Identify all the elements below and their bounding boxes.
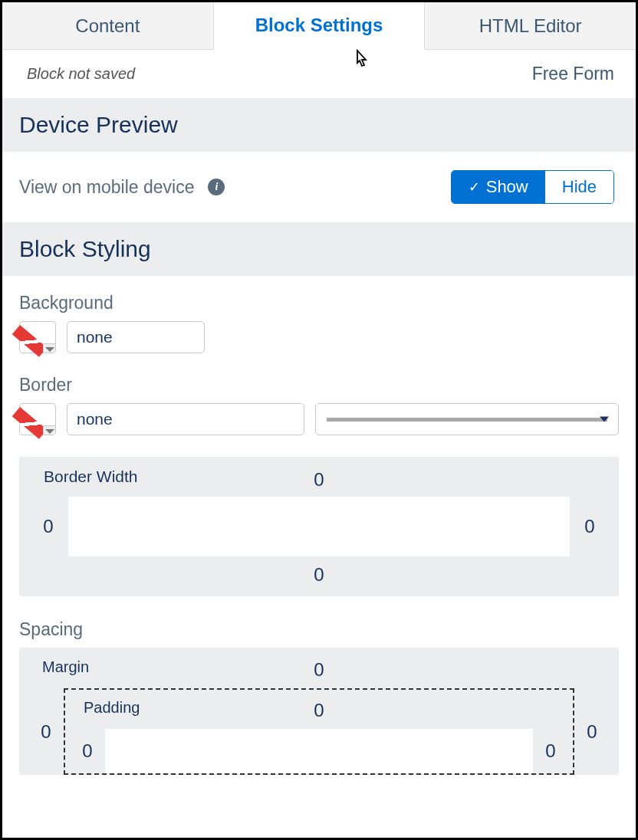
tab-bar: Content Block Settings HTML Editor (2, 2, 636, 50)
tab-html-editor[interactable]: HTML Editor (425, 2, 636, 49)
tab-content[interactable]: Content (2, 2, 214, 49)
status-row: Block not saved Free Form (2, 50, 636, 98)
show-button[interactable]: ✓ Show (452, 171, 545, 203)
border-width-inner (68, 497, 570, 556)
layout-type: Free Form (532, 64, 614, 84)
device-preview-header: Device Preview (2, 98, 636, 152)
padding-top[interactable]: 0 (81, 700, 557, 721)
background-label: Background (19, 293, 619, 313)
block-save-status: Block not saved (27, 65, 135, 83)
show-hide-toggle: ✓ Show Hide (451, 170, 614, 204)
show-label: Show (486, 177, 528, 197)
spacing-box: Margin 0 0 Padding 0 0 0 0 (19, 648, 619, 775)
background-value-input[interactable] (67, 321, 205, 353)
hide-button[interactable]: Hide (545, 171, 613, 203)
border-color-picker[interactable] (19, 403, 56, 435)
margin-left[interactable]: 0 (39, 721, 53, 743)
border-label: Border (19, 375, 619, 395)
margin-right[interactable]: 0 (585, 721, 599, 743)
info-icon[interactable]: i (208, 179, 225, 195)
border-value-input[interactable] (67, 403, 304, 435)
tab-block-settings[interactable]: Block Settings (214, 2, 426, 50)
border-width-left[interactable]: 0 (41, 516, 56, 537)
padding-inner (105, 729, 533, 773)
padding-left[interactable]: 0 (81, 740, 94, 762)
border-width-bottom[interactable]: 0 (41, 564, 597, 586)
border-width-right[interactable]: 0 (582, 516, 597, 537)
border-style-select[interactable] (315, 403, 619, 435)
mobile-preview-label: View on mobile device (19, 177, 194, 198)
padding-box: Padding 0 0 0 (64, 688, 574, 775)
device-preview-row: View on mobile device i ✓ Show Hide (2, 152, 636, 222)
margin-top[interactable]: 0 (39, 659, 599, 681)
block-styling-header: Block Styling (2, 222, 636, 276)
border-style-line-icon (327, 418, 607, 422)
spacing-label: Spacing (19, 619, 619, 640)
border-width-box: Border Width 0 0 0 0 (19, 457, 619, 596)
padding-right[interactable]: 0 (544, 740, 557, 762)
check-icon: ✓ (469, 179, 480, 195)
background-color-picker[interactable] (19, 321, 56, 353)
